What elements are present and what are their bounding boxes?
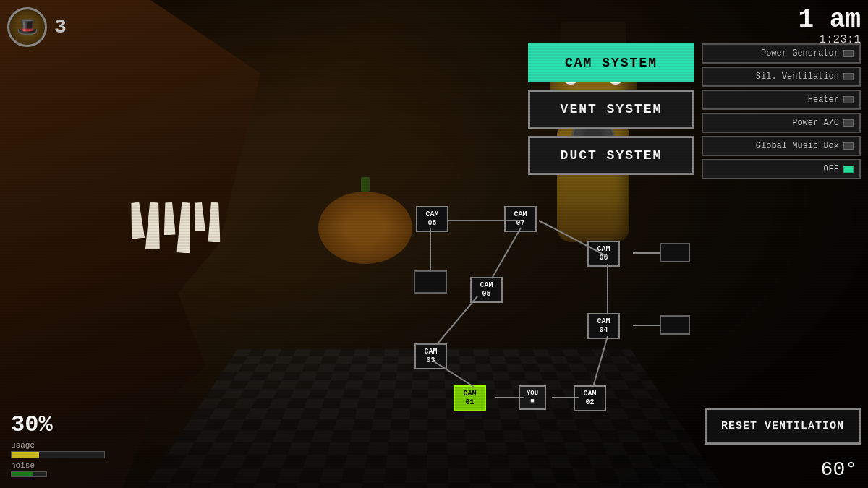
global-music-box-indicator [843, 142, 854, 150]
freddy-icon [7, 7, 47, 47]
vent-system-button[interactable]: VENT SYSTEM [528, 90, 694, 129]
pumpkin-prop [318, 181, 412, 260]
cam-system-button[interactable]: CAM SYSTEM [528, 43, 694, 82]
reset-ventilation-area: RESET VENTILATION [705, 408, 861, 445]
off-indicator [843, 166, 854, 173]
top-left-hud: 3 [7, 7, 67, 47]
heater-button[interactable]: Heater [702, 90, 861, 110]
power-generator-button[interactable]: Power Generator [702, 43, 861, 64]
duct-system-button[interactable]: DUCT SYSTEM [528, 136, 694, 175]
power-generator-indicator [843, 50, 854, 57]
sil-ventilation-indicator [843, 73, 854, 80]
system-buttons-panel: CAM SYSTEM VENT SYSTEM DUCT SYSTEM [528, 43, 694, 175]
power-ac-button[interactable]: Power A/C [702, 113, 861, 133]
creature-left [0, 0, 304, 488]
off-button[interactable]: OFF [702, 159, 861, 179]
heater-indicator [843, 96, 854, 103]
global-music-box-button[interactable]: Global Music Box [702, 136, 861, 156]
reset-ventilation-button[interactable]: RESET VENTILATION [705, 408, 861, 445]
star-count: 3 [54, 16, 67, 38]
power-ac-indicator [843, 119, 854, 127]
right-panel: Power Generator Sil. Ventilation Heater … [702, 43, 861, 179]
sil-ventilation-button[interactable]: Sil. Ventilation [702, 67, 861, 87]
